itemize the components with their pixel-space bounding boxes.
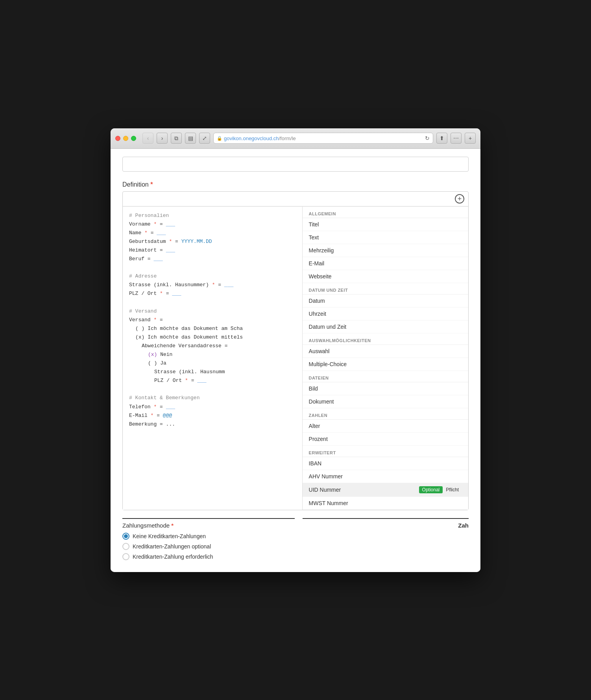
badge-pflicht[interactable]: Pflicht	[443, 486, 462, 493]
add-tab-button[interactable]: +	[465, 133, 476, 144]
menu-item-datum-und-zeit[interactable]: Datum und Zeit	[303, 320, 468, 333]
menu-section-zahlen: ZAHLEN	[303, 410, 468, 420]
menu-item-mwst[interactable]: MWST Nummer	[303, 497, 468, 510]
zahlung-label: Zahlungsmethode *	[122, 522, 295, 529]
menu-item-bild[interactable]: Bild	[303, 382, 468, 395]
code-line: E-Mail * = @@@	[129, 411, 296, 420]
radio-circle	[122, 543, 129, 550]
code-line: Beruf = ___	[129, 255, 296, 263]
definition-header: +	[123, 192, 468, 206]
menu-item-iban[interactable]: IBAN	[303, 457, 468, 470]
divider-right	[303, 518, 469, 519]
menu-item-ahv[interactable]: AHV Nummer	[303, 470, 468, 483]
titlebar: ‹ › ⧉ ▤ ⤢ 🔒 govikon.onegovcloud.ch/form/…	[111, 128, 480, 149]
back-button[interactable]: ‹	[142, 133, 153, 144]
menu-item-mehrzeilig[interactable]: Mehrzeilig	[303, 244, 468, 257]
left-section: Zahlungsmethode * Keine Kreditkarten-Zah…	[122, 512, 303, 560]
more-button[interactable]: ⋯	[451, 133, 462, 144]
definition-area: + # Personalien Vorname * = ___ Name * =…	[122, 191, 469, 510]
add-field-button[interactable]: +	[455, 194, 464, 204]
code-line: PLZ / Ort * = ___	[129, 289, 296, 298]
code-line: Name * = ___	[129, 229, 296, 237]
sidebar-button[interactable]: ▤	[185, 133, 196, 144]
code-line: PLZ / Ort * = ___	[129, 376, 296, 385]
code-line: Bemerkung = ...	[129, 420, 296, 429]
menu-item-auswahl[interactable]: Auswahl	[303, 345, 468, 358]
code-line: Strasse (inkl. Hausnummer) * = ___	[129, 281, 296, 289]
menu-item-datum[interactable]: Datum	[303, 294, 468, 307]
minimize-button[interactable]	[123, 136, 128, 141]
menu-section-auswahl: AUSWAHLMÖGLICHKEITEN	[303, 335, 468, 345]
divider	[122, 518, 295, 519]
lock-icon: 🔒	[217, 136, 222, 141]
menu-pane: ALLGEMEIN Titel Text Mehrzeilig E-Mail W…	[303, 207, 468, 510]
copy-button[interactable]: ⧉	[171, 133, 182, 144]
code-line: (x) Nein	[129, 350, 296, 359]
menu-item-webseite[interactable]: Webseite	[303, 270, 468, 283]
top-input-bar[interactable]	[122, 157, 469, 172]
menu-item-email[interactable]: E-Mail	[303, 257, 468, 270]
menu-item-text[interactable]: Text	[303, 231, 468, 244]
badge-optional[interactable]: Optional	[419, 486, 443, 493]
close-button[interactable]	[115, 136, 120, 141]
menu-section-allgemein: ALLGEMEIN	[303, 208, 468, 218]
menu-item-uid[interactable]: UID Nummer Optional Pflicht	[303, 483, 468, 497]
maximize-button[interactable]	[131, 136, 136, 141]
radio-item-optional[interactable]: Kreditkarten-Zahlungen optional	[122, 543, 295, 550]
code-line: ( ) Ich möchte das Dokument am Scha	[129, 324, 296, 333]
code-line: ( ) Ja	[129, 359, 296, 368]
menu-item-titel[interactable]: Titel	[303, 218, 468, 231]
radio-circle	[122, 553, 129, 560]
bottom-section: Zahlungsmethode * Keine Kreditkarten-Zah…	[122, 512, 469, 560]
code-line: # Adresse	[129, 272, 296, 281]
menu-item-prozent[interactable]: Prozent	[303, 433, 468, 446]
code-line	[129, 385, 296, 394]
address-bar[interactable]: 🔒 govikon.onegovcloud.ch/form/le ↻	[213, 133, 433, 144]
radio-circle	[122, 533, 129, 540]
menu-section-dateien: DATEIEN	[303, 372, 468, 382]
code-pane: # Personalien Vorname * = ___ Name * = _…	[123, 207, 303, 510]
zahlung-header: Zah	[303, 522, 469, 529]
code-line: Telefon * = ___	[129, 403, 296, 411]
code-line: Geburtsdatum * = YYYY.MM.DD	[129, 237, 296, 246]
code-line: Heimatort = ___	[129, 246, 296, 255]
radio-dot	[124, 534, 128, 538]
menu-item-multiple-choice[interactable]: Multiple-Choice	[303, 358, 468, 371]
browser-content: Definition * + # Personalien Vorname * =…	[111, 149, 480, 572]
menu-item-alter[interactable]: Alter	[303, 420, 468, 433]
url-text: govikon.onegovcloud.ch/form/le	[224, 135, 423, 141]
code-line: # Personalien	[129, 211, 296, 220]
forward-button[interactable]: ›	[157, 133, 168, 144]
refresh-button[interactable]: ↻	[425, 135, 430, 141]
code-line: Strasse (inkl. Hausnumm	[129, 368, 296, 376]
right-section: Zah	[303, 512, 469, 560]
share-button[interactable]: ⬆	[436, 133, 447, 144]
code-line: Vorname * = ___	[129, 220, 296, 229]
code-line	[129, 298, 296, 307]
code-line: Abweichende Versandadresse =	[129, 342, 296, 350]
split-pane: # Personalien Vorname * = ___ Name * = _…	[123, 206, 468, 510]
menu-item-dokument[interactable]: Dokument	[303, 395, 468, 408]
browser-window: ‹ › ⧉ ▤ ⤢ 🔒 govikon.onegovcloud.ch/form/…	[111, 128, 480, 572]
code-line	[129, 263, 296, 272]
radio-item-required[interactable]: Kreditkarten-Zahlung erforderlich	[122, 553, 295, 560]
radio-group: Keine Kreditkarten-Zahlungen Kreditkarte…	[122, 533, 295, 560]
code-line: # Kontakt & Bemerkungen	[129, 394, 296, 402]
traffic-lights	[115, 136, 136, 141]
menu-section-erweitert: ERWEITERT	[303, 447, 468, 457]
radio-item-none[interactable]: Keine Kreditkarten-Zahlungen	[122, 533, 295, 540]
code-line: # Versand	[129, 307, 296, 316]
code-line: Versand * =	[129, 316, 296, 324]
fullscreen-button[interactable]: ⤢	[199, 133, 210, 144]
menu-section-datum: DATUM UND ZEIT	[303, 285, 468, 294]
menu-item-uhrzeit[interactable]: Uhrzeit	[303, 307, 468, 320]
definition-label: Definition *	[122, 181, 469, 188]
code-line: (x) Ich möchte das Dokument mittels	[129, 333, 296, 342]
